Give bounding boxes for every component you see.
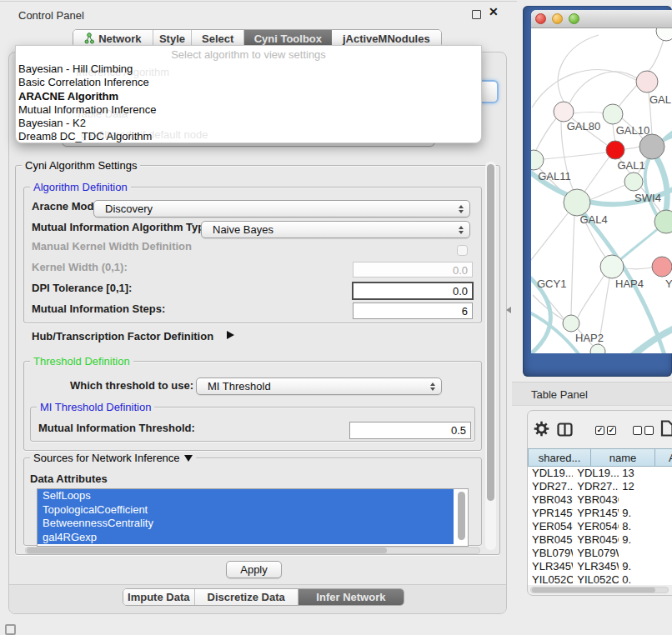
panel-title: Control Panel xyxy=(18,9,84,22)
bottom-tab-impute-data[interactable]: Impute Data xyxy=(123,589,195,605)
table-row[interactable]: YBL079WYBL079W xyxy=(528,547,672,560)
algorithm-option[interactable]: ARACNE Algorithm xyxy=(16,90,481,103)
table-row[interactable]: YBR045CYBR045C9. xyxy=(528,533,672,547)
tab-network[interactable]: Network xyxy=(73,30,153,47)
manual-kernel-checkbox[interactable] xyxy=(457,245,468,256)
table-cell: 9. xyxy=(619,533,672,547)
minimize-window-icon[interactable] xyxy=(552,13,563,24)
close-window-icon[interactable] xyxy=(535,13,546,24)
node-red[interactable] xyxy=(606,141,624,159)
sources-title-text: Sources for Network Inference xyxy=(33,452,180,464)
mi-steps-field[interactable]: 6 xyxy=(353,302,473,319)
table-row[interactable]: YDR27...YDR27...12 xyxy=(528,480,672,493)
data-attributes-list: SelfLoopsTopologicalCoefficientBetweenne… xyxy=(37,488,469,547)
new-table-icon[interactable] xyxy=(660,420,672,440)
algorithm-option[interactable]: Bayesian - Hill Climbing xyxy=(16,62,481,76)
table-cell: YBL079W xyxy=(528,547,573,560)
table-column-header[interactable]: name xyxy=(591,448,655,467)
algorithm-option[interactable]: Basic Correlation Inference xyxy=(16,76,481,89)
zoom-window-icon[interactable] xyxy=(569,13,579,24)
float-panel-icon[interactable] xyxy=(472,10,481,19)
node-gal1[interactable] xyxy=(624,172,643,191)
data-attribute-item[interactable]: TopologicalCoefficient xyxy=(38,503,454,518)
tab-style[interactable]: Style xyxy=(153,30,193,47)
splitpane-collapse-icon[interactable] xyxy=(506,307,511,313)
app-screen: Control Panel ✕ NetworkStyleSelectCyni T… xyxy=(0,0,672,635)
mi-threshold-field[interactable]: 0.5 xyxy=(349,422,471,439)
table-cell xyxy=(619,547,672,560)
network-edge xyxy=(624,268,652,269)
stepper-arrows-icon xyxy=(430,382,435,391)
network-window-titlebar[interactable] xyxy=(531,10,672,28)
algorithm-option[interactable]: Mutual Information Inference xyxy=(16,103,481,117)
table-row[interactable]: YDL19...YDL19...13 xyxy=(528,467,672,480)
columns-icon[interactable] xyxy=(557,422,573,440)
top-hairline xyxy=(0,1,517,2)
table-cell: YPR145W xyxy=(528,507,573,520)
cyni-settings-title: Cyni Algorithm Settings xyxy=(22,159,140,172)
table-column-header[interactable]: A xyxy=(655,448,672,467)
node-gray[interactable] xyxy=(639,134,664,159)
node-gal11[interactable] xyxy=(531,150,544,170)
node-gal80[interactable] xyxy=(554,102,574,122)
tab-select[interactable]: Select xyxy=(192,30,244,47)
node-gal4[interactable] xyxy=(564,189,590,216)
stepper-arrows-icon xyxy=(459,226,464,234)
attributes-vscroll-thumb[interactable] xyxy=(458,492,465,540)
tab-cyni-toolbox[interactable]: Cyni Toolbox xyxy=(244,30,332,47)
bottom-tab-infer-network[interactable]: Infer Network xyxy=(298,589,404,605)
select-all-checkboxes-icon[interactable]: ✓✓ xyxy=(595,426,616,435)
hub-expand-arrow-icon[interactable] xyxy=(227,331,234,339)
table-cell: YER054C xyxy=(528,520,573,533)
kernel-width-field[interactable]: 0.0 xyxy=(353,262,473,278)
table-column-header[interactable]: shared... xyxy=(528,448,591,467)
node-gal-partial[interactable] xyxy=(636,71,658,92)
data-attribute-item[interactable]: SelfLoops xyxy=(38,489,454,503)
aracne-mode-combo[interactable]: Discovery xyxy=(93,200,470,218)
table-hscroll-thumb[interactable] xyxy=(532,588,655,592)
tab-jactivemnodules[interactable]: jActiveMNodules xyxy=(332,30,441,47)
table-cell: YBR043C xyxy=(573,493,619,507)
table-row[interactable]: YER054CYER054C8. xyxy=(528,520,672,533)
deselect-all-checkboxes-icon[interactable] xyxy=(633,426,654,435)
algorithm-dropdown: Select algorithm to view settings Bayesi… xyxy=(15,45,482,143)
algorithm-option[interactable]: Bayesian - K2 xyxy=(16,117,481,130)
algorithm-option[interactable]: Dream8 DC_TDC Algorithm xyxy=(16,130,481,143)
data-attribute-item[interactable]: BetweennessCentrality xyxy=(38,517,454,531)
node-gal10[interactable] xyxy=(603,104,623,124)
table-header-row: shared...nameA xyxy=(528,448,672,467)
node-top-partial[interactable] xyxy=(656,28,672,41)
apply-button[interactable]: Apply xyxy=(226,561,282,578)
table-cell xyxy=(619,493,672,507)
table-row[interactable]: YIL052CYIL052C0. xyxy=(528,573,672,585)
table-cell: YER054C xyxy=(573,520,619,533)
table-row[interactable]: YPR145WYPR145W9. xyxy=(528,507,672,520)
mi-type-combo[interactable]: Naive Bayes xyxy=(201,221,470,238)
which-threshold-combo[interactable]: MI Threshold xyxy=(196,378,442,395)
settings-vscroll-thumb[interactable] xyxy=(487,164,494,501)
sources-collapse-arrow-icon[interactable] xyxy=(184,455,193,462)
network-edge xyxy=(535,118,557,152)
network-edge xyxy=(618,85,637,108)
network-edge xyxy=(543,152,606,159)
table-cell: YLR345W xyxy=(573,560,619,573)
gear-icon[interactable] xyxy=(534,421,549,440)
table-cell: YPR145W xyxy=(573,507,619,520)
network-edge xyxy=(574,112,603,114)
tab-label: Style xyxy=(159,32,185,45)
hide-panel-icon[interactable] xyxy=(5,624,16,635)
table-cell: 9. xyxy=(619,560,672,573)
dpi-tolerance-field[interactable]: 0.0 xyxy=(352,282,474,300)
table-row[interactable]: YLR345WYLR345W9. xyxy=(528,560,672,573)
network-node-label: GAL1 xyxy=(617,159,644,172)
node-hap2[interactable] xyxy=(563,315,579,332)
settings-hscroll-thumb[interactable] xyxy=(27,548,387,553)
table-cell: YBL079W xyxy=(573,547,619,560)
table-row[interactable]: YBR043CYBR043C xyxy=(528,493,672,507)
data-attribute-item[interactable]: gal4RGexp xyxy=(38,531,454,545)
close-panel-icon[interactable]: ✕ xyxy=(489,5,499,18)
network-canvas[interactable]: GALGAL80GAL10GAL11GAL1GAL4SWI4GCY1HAP4YH… xyxy=(531,28,672,353)
bottom-tab-discretize-data[interactable]: Discretize Data xyxy=(195,589,298,605)
node-hap4[interactable] xyxy=(600,255,624,278)
node-salmon[interactable] xyxy=(652,257,672,277)
